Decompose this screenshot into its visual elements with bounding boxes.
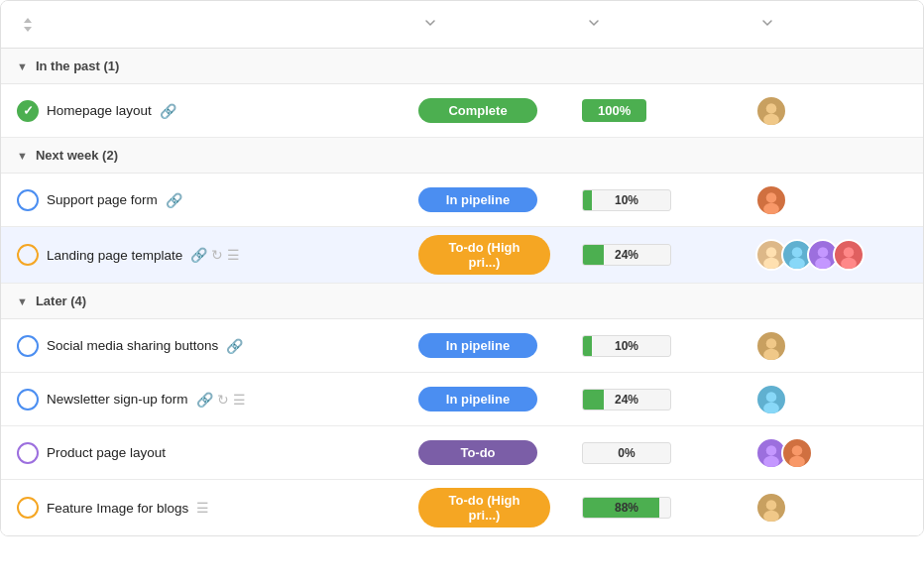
stage-cell: Complete xyxy=(403,90,566,131)
task-row: Feature Image for blogs ☰ To-do (High pr… xyxy=(1,480,923,535)
avatar-group xyxy=(755,184,787,216)
avatar-group xyxy=(755,384,787,415)
stage-cell: In pipeline xyxy=(403,325,566,366)
task-name-cell: Newsletter sign-up form 🔗↻☰ xyxy=(1,381,403,418)
svg-point-18 xyxy=(792,445,803,456)
avatar-group xyxy=(755,95,787,127)
progress-dropdown-icon xyxy=(588,17,600,32)
progress-full: 100% xyxy=(582,99,646,122)
svg-point-12 xyxy=(766,338,777,349)
col-task-title[interactable] xyxy=(1,11,403,38)
svg-point-13 xyxy=(763,348,779,359)
stage-dropdown-icon xyxy=(424,17,436,32)
progress-text: 10% xyxy=(583,193,670,207)
repeat-icon: ↻ xyxy=(211,247,223,263)
group-label-next-week: Next week (2) xyxy=(36,148,118,163)
progress-cell: 24% xyxy=(566,381,740,418)
progress-bar: 10% xyxy=(582,189,671,211)
task-row: Product page layout To-do 0% xyxy=(1,426,923,480)
status-complete-icon xyxy=(17,100,39,122)
task-row: Landing page template 🔗↻☰ To-do (High pr… xyxy=(1,227,923,284)
link-icon: 🔗 xyxy=(190,247,207,263)
svg-point-6 xyxy=(792,247,803,258)
progress-cell: 0% xyxy=(566,434,740,472)
status-orange-icon xyxy=(17,244,39,266)
task-icon-group: 🔗↻☰ xyxy=(196,392,246,408)
avatar-group xyxy=(755,239,865,271)
list-icon: ☰ xyxy=(227,247,240,263)
progress-text: 24% xyxy=(583,393,670,407)
assigned-dropdown-icon xyxy=(761,17,773,32)
stage-badge-todo-high: To-do (High pri...) xyxy=(418,488,550,527)
task-icon-group: ☰ xyxy=(196,500,209,516)
col-progress[interactable] xyxy=(566,11,740,38)
list-icon: ☰ xyxy=(196,500,209,516)
task-name-cell: Homepage layout 🔗 xyxy=(1,92,403,130)
svg-point-4 xyxy=(766,247,777,258)
col-stage[interactable] xyxy=(403,11,566,38)
progress-cell: 10% xyxy=(566,181,740,219)
stage-badge-pipeline: In pipeline xyxy=(418,333,537,358)
group-chevron-later[interactable]: ▼ xyxy=(17,295,28,307)
svg-point-20 xyxy=(766,500,777,511)
group-chevron-past[interactable]: ▼ xyxy=(17,60,28,72)
list-icon: ☰ xyxy=(233,392,246,408)
task-row: Homepage layout 🔗 Complete 100% xyxy=(1,84,923,138)
stage-badge-pipeline: In pipeline xyxy=(418,187,537,212)
avatar-group xyxy=(755,330,787,362)
sort-icon xyxy=(23,18,33,32)
assigned-cell xyxy=(740,231,924,279)
progress-cell: 100% xyxy=(566,91,740,130)
group-header-past: ▼ In the past (1) xyxy=(1,49,923,84)
svg-point-15 xyxy=(763,402,779,412)
svg-point-16 xyxy=(766,445,777,456)
table-header xyxy=(1,1,923,49)
group-header-later: ▼ Later (4) xyxy=(1,284,923,319)
progress-text: 88% xyxy=(583,501,670,515)
col-assigned[interactable] xyxy=(740,11,924,38)
group-chevron-next-week[interactable]: ▼ xyxy=(17,150,28,162)
group-header-next-week: ▼ Next week (2) xyxy=(1,138,923,174)
groups-container: ▼ In the past (1) Homepage layout 🔗 Comp… xyxy=(1,49,923,535)
task-icon-group: 🔗 xyxy=(160,103,176,119)
link-icon: 🔗 xyxy=(166,192,182,208)
svg-point-1 xyxy=(763,113,779,124)
task-name[interactable]: Feature Image for blogs xyxy=(47,501,188,516)
avatar-group xyxy=(755,492,787,524)
avatar-group xyxy=(755,437,813,469)
progress-bar: 24% xyxy=(582,389,671,410)
assigned-cell xyxy=(740,322,924,370)
group-label-later: Later (4) xyxy=(36,293,86,308)
svg-point-14 xyxy=(766,392,777,403)
task-name[interactable]: Product page layout xyxy=(47,445,166,460)
assigned-cell xyxy=(740,176,924,224)
status-purple-icon xyxy=(17,442,39,464)
task-name-cell: Support page form 🔗 xyxy=(1,181,403,219)
task-name-cell: Product page layout xyxy=(1,434,403,472)
task-name[interactable]: Support page form xyxy=(47,192,158,207)
task-name[interactable]: Homepage layout xyxy=(47,103,152,118)
assigned-cell xyxy=(740,87,924,135)
progress-bar: 88% xyxy=(582,497,671,519)
assigned-cell xyxy=(740,376,924,423)
progress-cell: 88% xyxy=(566,489,740,527)
svg-point-0 xyxy=(766,103,777,114)
progress-bar: 24% xyxy=(582,244,671,266)
status-orange-icon xyxy=(17,497,39,519)
task-name[interactable]: Newsletter sign-up form xyxy=(47,392,188,407)
task-name[interactable]: Landing page template xyxy=(47,248,182,263)
stage-cell: To-do (High pri...) xyxy=(403,227,566,283)
svg-point-21 xyxy=(763,511,779,522)
progress-cell: 10% xyxy=(566,327,740,365)
task-name[interactable]: Social media sharing buttons xyxy=(47,338,218,353)
svg-point-11 xyxy=(841,258,857,269)
task-name-cell: Social media sharing buttons 🔗 xyxy=(1,327,403,365)
stage-cell: To-do xyxy=(403,432,566,473)
link-icon: 🔗 xyxy=(226,338,243,354)
task-row: Newsletter sign-up form 🔗↻☰ In pipeline … xyxy=(1,373,923,426)
task-icon-group: 🔗 xyxy=(226,338,243,354)
link-icon: 🔗 xyxy=(160,103,176,119)
stage-badge-complete-badge: Complete xyxy=(418,98,537,123)
svg-point-2 xyxy=(766,192,777,203)
link-icon: 🔗 xyxy=(196,392,213,408)
